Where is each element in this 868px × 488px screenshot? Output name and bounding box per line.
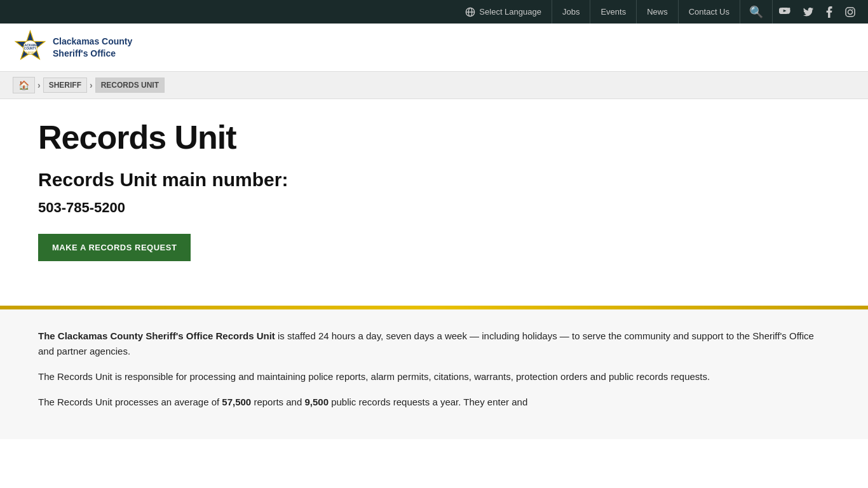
news-link[interactable]: News — [637, 0, 679, 24]
intro-bold-text: The Clackamas County Sheriff's Office Re… — [38, 330, 275, 341]
para3: The Records Unit processes an average of… — [38, 395, 830, 410]
top-utility-bar: Select Language Jobs Events News Contact… — [0, 0, 868, 24]
svg-text:CLACKAMAS: CLACKAMAS — [21, 44, 40, 47]
breadcrumb-separator: › — [37, 80, 41, 90]
site-header: CLACKAMAS COUNTY SHERIFF Clackamas Count… — [0, 24, 868, 72]
para3-end: public records requests a year. They ent… — [329, 396, 527, 407]
breadcrumb: 🏠 › SHERIFF › RECORDS UNIT — [0, 72, 868, 99]
search-icon: 🔍 — [749, 5, 763, 19]
para3-num1: 57,500 — [222, 396, 251, 407]
contact-link[interactable]: Contact Us — [679, 0, 740, 24]
breadcrumb-separator-2: › — [90, 80, 93, 90]
para2: The Records Unit is responsible for proc… — [38, 369, 830, 384]
svg-text:SHERIFF: SHERIFF — [25, 51, 36, 54]
phone-number: 503-785-5200 — [38, 200, 610, 216]
page-title: Records Unit — [38, 118, 610, 156]
para3-mid: reports and — [251, 396, 304, 407]
records-request-button[interactable]: MAKE A RECORDS REQUEST — [38, 234, 191, 261]
svg-text:COUNTY: COUNTY — [24, 47, 36, 50]
svg-point-4 — [848, 10, 853, 14]
logo-text: Clackamas County Sheriff's Office — [53, 36, 132, 58]
events-link[interactable]: Events — [590, 0, 637, 24]
breadcrumb-current: RECORDS UNIT — [95, 78, 165, 93]
content-section: The Clackamas County Sheriff's Office Re… — [0, 309, 868, 439]
search-button[interactable]: 🔍 — [740, 0, 773, 24]
youtube-icon[interactable] — [773, 0, 797, 24]
globe-icon — [465, 7, 475, 17]
svg-point-5 — [852, 9, 853, 10]
language-selector[interactable]: Select Language — [455, 0, 552, 24]
instagram-icon[interactable] — [839, 0, 862, 24]
para3-start: The Records Unit processes an average of — [38, 396, 222, 407]
sheriff-badge-icon: CLACKAMAS COUNTY SHERIFF — [13, 30, 48, 65]
language-label: Select Language — [479, 7, 541, 17]
breadcrumb-home[interactable]: 🏠 — [13, 77, 35, 93]
breadcrumb-sheriff[interactable]: SHERIFF — [43, 78, 87, 93]
jobs-link[interactable]: Jobs — [552, 0, 590, 24]
logo-link[interactable]: CLACKAMAS COUNTY SHERIFF Clackamas Count… — [13, 30, 132, 65]
facebook-icon[interactable] — [820, 0, 839, 24]
social-icons-group — [773, 0, 862, 24]
para3-num2: 9,500 — [304, 396, 329, 407]
twitter-icon[interactable] — [797, 0, 820, 24]
main-content: Records Unit Records Unit main number: 5… — [0, 99, 635, 280]
section-heading: Records Unit main number: — [38, 169, 610, 191]
svg-rect-3 — [846, 8, 855, 17]
intro-paragraph: The Clackamas County Sheriff's Office Re… — [38, 329, 830, 359]
home-icon: 🏠 — [18, 80, 29, 90]
